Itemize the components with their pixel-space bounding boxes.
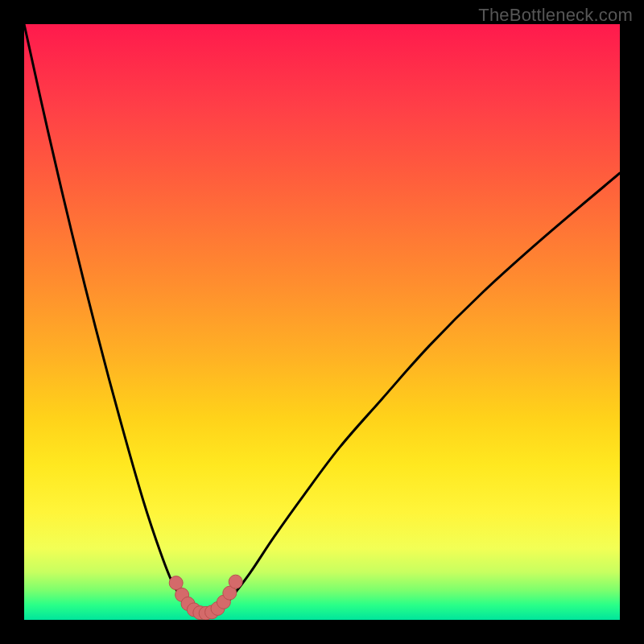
curve-right-branch [221,173,620,611]
plot-area [24,24,620,620]
curve-left-branch [24,24,194,611]
chart-frame: TheBottleneck.com [0,0,644,644]
curve-layer [24,24,620,620]
marker-dot [229,575,242,588]
bottom-marker-group [169,575,242,620]
watermark-text: TheBottleneck.com [478,5,633,26]
